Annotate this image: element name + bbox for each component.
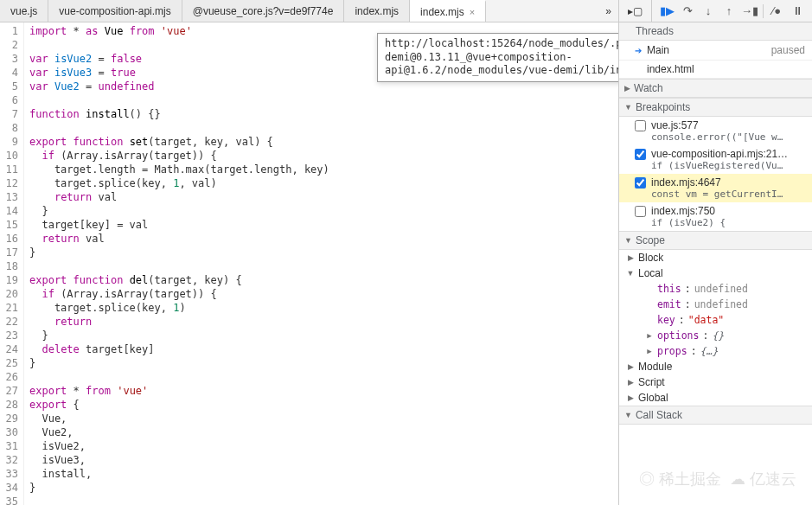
main-area: 1 2 3 4 5 6 7 8 9 10 11 12 13 14 15 16 1… bbox=[0, 22, 812, 505]
code-content[interactable]: import * as Vue from 'vue' var isVue2 = … bbox=[24, 22, 618, 505]
var-value: undefined bbox=[694, 298, 748, 310]
thread-name: Main bbox=[647, 44, 669, 56]
resume-button[interactable]: ▮▶ bbox=[657, 2, 676, 21]
resume-icon: ▮▶ bbox=[660, 4, 675, 17]
debugger-sidebar: ▼ Threads ➔ Main paused index.html ▶ Wat… bbox=[618, 22, 812, 505]
tab-label: vue-composition-api.mjs bbox=[59, 5, 170, 17]
var-name: props bbox=[657, 345, 687, 357]
expand-icon: ▼ bbox=[624, 103, 632, 112]
var-value: {…} bbox=[700, 345, 719, 357]
scope-header[interactable]: ▼ Scope bbox=[619, 231, 812, 250]
expand-icon: ▶ bbox=[626, 253, 635, 262]
thread-status: paused bbox=[771, 44, 805, 56]
scope-content: ▶Block▼Localthis: undefinedemit: undefin… bbox=[619, 250, 812, 406]
breakpoint-item[interactable]: vue.js:577 console.error(("[Vue w… bbox=[619, 117, 812, 145]
show-console-icon: ▸▢ bbox=[628, 5, 643, 17]
callstack-title: Call Stack bbox=[636, 409, 682, 421]
scope-variable[interactable]: key: "data" bbox=[619, 312, 812, 328]
breakpoints-list: vue.js:577 console.error(("[Vue w… vue-c… bbox=[619, 117, 812, 231]
expand-icon: ▼ bbox=[624, 236, 632, 245]
editor-tab[interactable]: index.mjs bbox=[344, 0, 410, 22]
deactivate-breakpoints-button[interactable]: ⁄● bbox=[767, 2, 786, 21]
watch-header[interactable]: ▶ Watch bbox=[619, 79, 812, 98]
tab-label: index.mjs bbox=[420, 6, 464, 18]
var-name: this bbox=[657, 283, 681, 295]
tab-overflow-button[interactable]: » bbox=[598, 0, 618, 22]
scope-variable[interactable]: ▶props: {…} bbox=[619, 343, 812, 359]
show-console-button[interactable]: ▸▢ bbox=[618, 0, 651, 22]
step-over-button[interactable]: ↷ bbox=[678, 2, 697, 21]
var-value: {} bbox=[712, 329, 724, 342]
editor-tabs: vue.jsvue-composition-api.mjs@vueuse_cor… bbox=[0, 0, 598, 22]
top-bar: vue.jsvue-composition-api.mjs@vueuse_cor… bbox=[0, 0, 812, 22]
threads-header[interactable]: ▼ Threads bbox=[619, 22, 812, 41]
step-into-icon: ↓ bbox=[706, 4, 712, 17]
breakpoint-item[interactable]: vue-composition-api.mjs:21… if (isVueReg… bbox=[619, 145, 812, 174]
callstack-header[interactable]: ▼ Call Stack bbox=[619, 406, 812, 425]
pause-icon: ⏸ bbox=[792, 4, 803, 17]
scope-group-block[interactable]: ▶Block bbox=[619, 250, 812, 265]
breakpoints-header[interactable]: ▼ Breakpoints bbox=[619, 98, 812, 117]
var-value: "data" bbox=[688, 314, 725, 326]
scope-title: Scope bbox=[636, 234, 665, 246]
tab-label: index.mjs bbox=[355, 5, 399, 17]
deactivate-breakpoints-icon: ⁄● bbox=[772, 4, 781, 17]
editor-tab[interactable]: vue.js bbox=[0, 0, 48, 22]
var-name: options bbox=[657, 329, 699, 342]
breakpoint-preview: if (isVue2) { bbox=[651, 217, 807, 228]
breakpoint-checkbox[interactable] bbox=[635, 206, 646, 217]
expand-icon: ▶ bbox=[645, 331, 654, 340]
breakpoint-location: index.mjs:4647 bbox=[651, 176, 807, 189]
debugger-toolbar: ▮▶ ↷ ↓ ↑ →▮ ⁄● ⏸ bbox=[651, 0, 812, 22]
current-thread-icon: ➔ bbox=[635, 46, 642, 55]
editor-tab[interactable]: @vueuse_core.js?v=de9f774e bbox=[182, 0, 345, 22]
step-out-button[interactable]: ↑ bbox=[719, 2, 738, 21]
expand-icon: ▶ bbox=[626, 378, 635, 387]
var-value: undefined bbox=[694, 283, 748, 295]
scope-group-local[interactable]: ▼Local bbox=[619, 265, 812, 281]
file-path-tooltip: http://localhost:15264/node_modules/.pnp… bbox=[377, 33, 618, 82]
breakpoint-checkbox[interactable] bbox=[635, 149, 646, 160]
line-gutter[interactable]: 1 2 3 4 5 6 7 8 9 10 11 12 13 14 15 16 1… bbox=[0, 22, 24, 505]
step-into-button[interactable]: ↓ bbox=[699, 2, 718, 21]
var-name: key bbox=[657, 314, 675, 326]
step-icon: →▮ bbox=[741, 4, 758, 17]
breakpoint-location: vue.js:577 bbox=[651, 119, 807, 131]
close-icon[interactable]: × bbox=[470, 7, 475, 17]
scope-variable[interactable]: this: undefined bbox=[619, 281, 812, 297]
scope-group-global[interactable]: ▶Global bbox=[619, 390, 812, 406]
step-button[interactable]: →▮ bbox=[740, 2, 759, 21]
step-out-icon: ↑ bbox=[726, 4, 732, 17]
scope-group-module[interactable]: ▶Module bbox=[619, 359, 812, 374]
expand-icon: ▶ bbox=[624, 84, 630, 93]
toolbar-separator bbox=[763, 4, 764, 18]
tab-label: @vueuse_core.js?v=de9f774e bbox=[193, 5, 334, 17]
thread-target[interactable]: index.html bbox=[619, 61, 812, 79]
pause-on-exceptions-button[interactable]: ⏸ bbox=[788, 2, 807, 21]
watch-title: Watch bbox=[634, 82, 663, 94]
breakpoint-item[interactable]: index.mjs:750 if (isVue2) { bbox=[619, 202, 812, 231]
editor-tab[interactable]: vue-composition-api.mjs bbox=[48, 0, 182, 22]
scope-variable[interactable]: emit: undefined bbox=[619, 297, 812, 312]
scope-group-script[interactable]: ▶Script bbox=[619, 374, 812, 390]
breakpoint-checkbox[interactable] bbox=[635, 120, 646, 131]
breakpoints-title: Breakpoints bbox=[636, 101, 690, 113]
breakpoint-location: index.mjs:750 bbox=[651, 205, 807, 217]
code-editor[interactable]: 1 2 3 4 5 6 7 8 9 10 11 12 13 14 15 16 1… bbox=[0, 22, 618, 505]
breakpoint-preview: const vm = getCurrentI… bbox=[651, 189, 807, 200]
expand-icon: ▶ bbox=[626, 362, 635, 371]
var-name: emit bbox=[657, 298, 681, 310]
breakpoint-location: vue-composition-api.mjs:21… bbox=[651, 148, 807, 160]
expand-icon: ▶ bbox=[626, 393, 635, 402]
thread-main[interactable]: ➔ Main paused bbox=[619, 41, 812, 61]
expand-icon: ▶ bbox=[645, 347, 654, 355]
breakpoint-preview: console.error(("[Vue w… bbox=[651, 131, 807, 143]
breakpoint-item[interactable]: index.mjs:4647 const vm = getCurrentI… bbox=[619, 174, 812, 202]
expand-icon: ▼ bbox=[624, 411, 632, 419]
tab-label: vue.js bbox=[10, 5, 37, 17]
breakpoint-checkbox[interactable] bbox=[635, 177, 646, 189]
scope-variable[interactable]: ▶options: {} bbox=[619, 328, 812, 343]
breakpoint-preview: if (isVueRegistered(Vu… bbox=[651, 160, 807, 171]
step-over-icon: ↷ bbox=[683, 4, 693, 17]
editor-tab[interactable]: index.mjs × bbox=[410, 0, 486, 22]
